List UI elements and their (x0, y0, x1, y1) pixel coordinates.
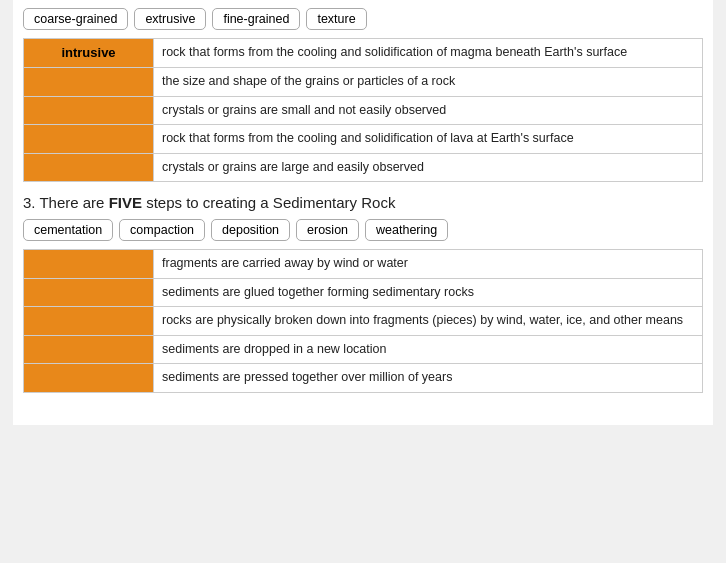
tag-btn-coarse-grained[interactable]: coarse-grained (23, 8, 128, 30)
label-cell[interactable] (24, 364, 154, 393)
table-row: sediments are dropped in a new location (24, 335, 703, 364)
table-row: sediments are glued together forming sed… (24, 278, 703, 307)
section2-heading-end: steps to creating a Sedimentary Rock (142, 194, 395, 211)
section2-number: 3. (23, 194, 36, 211)
label-cell[interactable] (24, 96, 154, 125)
section2-table: fragments are carried away by wind or wa… (23, 249, 703, 393)
definition-cell: rock that forms from the cooling and sol… (154, 39, 703, 68)
section2-heading: 3. There are FIVE steps to creating a Se… (23, 194, 703, 211)
table-row: crystals or grains are small and not eas… (24, 96, 703, 125)
definition-cell: the size and shape of the grains or part… (154, 68, 703, 97)
definition-cell: sediments are dropped in a new location (154, 335, 703, 364)
label-cell[interactable] (24, 307, 154, 336)
table-row: sediments are pressed together over mill… (24, 364, 703, 393)
section2-tags-row: cementationcompactiondepositionerosionwe… (23, 219, 703, 241)
page-container: coarse-grainedextrusivefine-grainedtextu… (13, 0, 713, 425)
table-row: rock that forms from the cooling and sol… (24, 125, 703, 154)
table-row: intrusiverock that forms from the coolin… (24, 39, 703, 68)
label-cell[interactable] (24, 335, 154, 364)
definition-cell: crystals or grains are small and not eas… (154, 96, 703, 125)
definition-cell: sediments are pressed together over mill… (154, 364, 703, 393)
tag-btn-weathering[interactable]: weathering (365, 219, 448, 241)
table-row: fragments are carried away by wind or wa… (24, 250, 703, 279)
label-cell: intrusive (24, 39, 154, 68)
definition-cell: crystals or grains are large and easily … (154, 153, 703, 182)
tag-btn-extrusive[interactable]: extrusive (134, 8, 206, 30)
definition-cell: fragments are carried away by wind or wa… (154, 250, 703, 279)
table-row: crystals or grains are large and easily … (24, 153, 703, 182)
section2-heading-bold: FIVE (109, 194, 142, 211)
label-cell[interactable] (24, 153, 154, 182)
tag-btn-deposition[interactable]: deposition (211, 219, 290, 241)
tag-btn-cementation[interactable]: cementation (23, 219, 113, 241)
tag-btn-compaction[interactable]: compaction (119, 219, 205, 241)
section2-heading-start: There are (39, 194, 108, 211)
definition-cell: sediments are glued together forming sed… (154, 278, 703, 307)
table-row: the size and shape of the grains or part… (24, 68, 703, 97)
tag-btn-texture[interactable]: texture (306, 8, 366, 30)
definition-cell: rock that forms from the cooling and sol… (154, 125, 703, 154)
definition-cell: rocks are physically broken down into fr… (154, 307, 703, 336)
table-row: rocks are physically broken down into fr… (24, 307, 703, 336)
label-cell[interactable] (24, 250, 154, 279)
tag-btn-erosion[interactable]: erosion (296, 219, 359, 241)
section1-tags-row: coarse-grainedextrusivefine-grainedtextu… (23, 8, 703, 30)
section1-table: intrusiverock that forms from the coolin… (23, 38, 703, 182)
label-cell[interactable] (24, 125, 154, 154)
label-cell[interactable] (24, 278, 154, 307)
label-cell[interactable] (24, 68, 154, 97)
tag-btn-fine-grained[interactable]: fine-grained (212, 8, 300, 30)
